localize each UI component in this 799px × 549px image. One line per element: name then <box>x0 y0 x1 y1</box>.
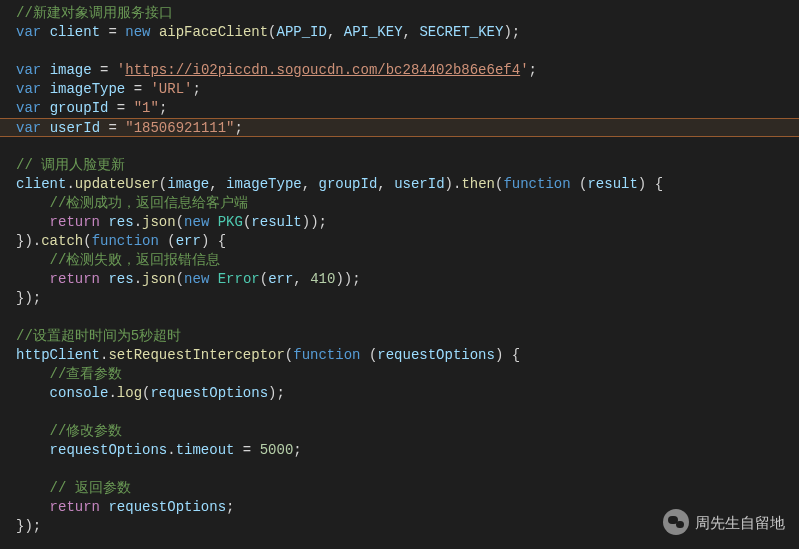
code-line: }); <box>0 289 799 308</box>
code-line-highlighted: var userId = "18506921111"; <box>0 118 799 137</box>
code-line: }).catch(function (err) { <box>0 232 799 251</box>
wechat-icon <box>663 509 689 535</box>
code-line: //设置超时时间为5秒超时 <box>0 327 799 346</box>
code-line: //新建对象调用服务接口 <box>0 4 799 23</box>
code-line: // 调用人脸更新 <box>0 156 799 175</box>
url-string: https://i02piccdn.sogoucdn.com/bc284402b… <box>125 62 520 78</box>
code-line: //修改参数 <box>0 422 799 441</box>
blank-line <box>0 308 799 327</box>
code-line: httpClient.setRequestInterceptor(functio… <box>0 346 799 365</box>
watermark-text: 周先生自留地 <box>695 513 785 532</box>
code-line: var imageType = 'URL'; <box>0 80 799 99</box>
code-line: return res.json(new PKG(result)); <box>0 213 799 232</box>
code-line: //检测失败，返回报错信息 <box>0 251 799 270</box>
blank-line <box>0 42 799 61</box>
code-line: return res.json(new Error(err, 410)); <box>0 270 799 289</box>
code-line: var groupId = "1"; <box>0 99 799 118</box>
blank-line <box>0 137 799 156</box>
code-line: console.log(requestOptions); <box>0 384 799 403</box>
blank-line <box>0 403 799 422</box>
code-line: //查看参数 <box>0 365 799 384</box>
code-line: var image = 'https://i02piccdn.sogoucdn.… <box>0 61 799 80</box>
comment: //新建对象调用服务接口 <box>16 5 173 21</box>
blank-line <box>0 460 799 479</box>
code-line: var client = new aipFaceClient(APP_ID, A… <box>0 23 799 42</box>
code-line: client.updateUser(image, imageType, grou… <box>0 175 799 194</box>
code-line: // 返回参数 <box>0 479 799 498</box>
watermark: 周先生自留地 <box>663 509 785 535</box>
code-editor[interactable]: //新建对象调用服务接口 var client = new aipFaceCli… <box>0 4 799 536</box>
code-line: //检测成功，返回信息给客户端 <box>0 194 799 213</box>
code-line: requestOptions.timeout = 5000; <box>0 441 799 460</box>
